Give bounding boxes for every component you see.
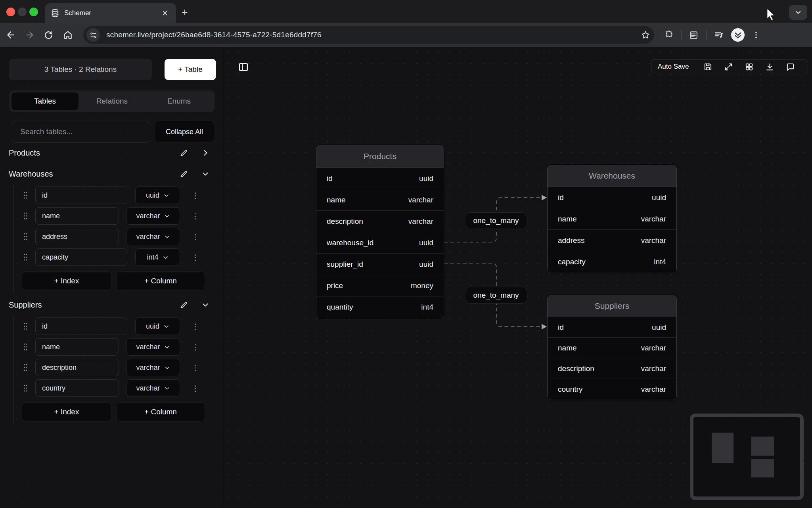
node-column-row[interactable]: pricemoney [316,275,444,296]
column-type-select[interactable]: varchar [126,207,180,225]
add-index-button[interactable]: + Index [22,271,111,291]
bookmark-star-icon[interactable] [641,30,650,40]
mouse-cursor [765,7,777,21]
node-title[interactable]: Warehouses [548,165,676,187]
relation-label[interactable]: one_to_many [466,212,526,229]
node-column-row[interactable]: addressvarchar [548,230,676,251]
node-column-row[interactable]: supplier_iduuid [316,254,444,275]
reload-button[interactable] [44,30,57,40]
extensions-icon[interactable] [664,30,674,40]
column-name-input[interactable] [35,379,119,397]
drag-handle-icon[interactable] [23,384,28,392]
column-type-select[interactable]: varchar [126,338,180,356]
column-name-input[interactable] [35,338,119,356]
column-menu-kebab[interactable]: ⋮ [192,325,198,328]
minimap[interactable] [690,414,804,500]
node-column-row[interactable]: iduuid [548,187,676,208]
table-header-suppliers[interactable]: Suppliers [0,297,225,313]
tab-close-icon[interactable]: ✕ [159,8,170,19]
node-column-row[interactable]: namevarchar [548,338,676,358]
node-column-row[interactable]: countryvarchar [548,379,676,400]
drag-handle-icon[interactable] [23,191,28,199]
edit-pencil-icon[interactable] [180,149,188,157]
add-column-button[interactable]: + Column [116,271,205,291]
node-column-row[interactable]: iduuid [548,317,676,338]
column-name-input[interactable] [35,318,127,335]
drag-handle-icon[interactable] [23,364,28,371]
column-row: varchar ⋮ [0,207,225,225]
diagram-node-products[interactable]: Products iduuid namevarchar descriptionv… [316,145,444,318]
column-menu-kebab[interactable]: ⋮ [192,235,198,238]
column-menu-kebab[interactable]: ⋮ [192,366,198,369]
table-header-warehouses[interactable]: Warehouses [0,166,225,182]
node-column-row[interactable]: capacityint4 [548,251,676,273]
node-title[interactable]: Suppliers [548,295,676,317]
column-type-select[interactable]: varchar [126,228,180,245]
column-type-select[interactable]: uuid [135,318,180,335]
column-menu-kebab[interactable]: ⋮ [192,387,198,390]
url-bar[interactable]: schemer.live/project/26bae6d8-3614-4575-… [83,26,654,44]
add-column-button[interactable]: + Column [116,402,205,421]
diagram-canvas[interactable]: Auto Save Products iduuid namevarchar de… [226,47,812,508]
window-close-button[interactable] [6,8,15,16]
column-menu-kebab[interactable]: ⋮ [192,346,198,348]
browser-tab[interactable]: Schemer ✕ [45,3,176,23]
forward-button[interactable] [25,30,38,40]
home-button[interactable] [63,30,76,40]
diagram-node-warehouses[interactable]: Warehouses iduuid namevarchar addressvar… [547,165,677,273]
drag-handle-icon[interactable] [23,343,28,351]
edit-pencil-icon[interactable] [180,301,188,309]
add-table-button[interactable]: + Table [165,59,216,80]
back-button[interactable] [6,30,19,40]
node-column-row[interactable]: quantityint4 [316,296,444,318]
node-column-row[interactable]: iduuid [316,168,444,189]
window-zoom-button[interactable] [29,8,38,16]
node-column-row[interactable]: namevarchar [316,189,444,211]
tab-enums[interactable]: Enums [146,92,213,110]
site-settings-icon[interactable] [86,28,100,42]
node-title[interactable]: Products [316,145,444,168]
column-name-input[interactable] [35,187,127,204]
chevron-down-icon[interactable] [201,170,209,178]
column-name-input[interactable] [35,248,127,266]
column-type-select[interactable]: varchar [126,379,180,397]
chevron-down-icon[interactable] [201,301,209,309]
edit-pencil-icon[interactable] [180,170,188,178]
column-name-input[interactable] [35,228,119,245]
drag-handle-icon[interactable] [23,212,28,220]
diagram-node-suppliers[interactable]: Suppliers iduuid namevarchar description… [547,295,677,400]
browser-tab-strip: Schemer ✕ + [0,0,812,23]
column-menu-kebab[interactable]: ⋮ [192,256,198,259]
column-type-select[interactable]: int4 [135,248,180,266]
column-type-select[interactable]: uuid [135,187,180,204]
node-column-row[interactable]: namevarchar [548,208,676,230]
node-column-row[interactable]: warehouse_iduuid [316,232,444,254]
url-text[interactable]: schemer.live/project/26bae6d8-3614-4575-… [106,31,641,39]
tab-relations[interactable]: Relations [79,92,146,110]
column-menu-kebab[interactable]: ⋮ [192,215,198,217]
table-header-products[interactable]: Products [0,145,225,161]
media-controls-icon[interactable] [714,30,724,40]
reading-list-icon[interactable] [689,30,699,40]
add-index-button[interactable]: + Index [22,402,111,421]
drag-handle-icon[interactable] [23,233,28,241]
browser-menu-kebab-icon[interactable] [752,31,760,39]
collapse-all-button[interactable]: Collapse All [155,121,214,143]
drag-handle-icon[interactable] [23,322,28,330]
drag-handle-icon[interactable] [23,253,28,261]
relation-label[interactable]: one_to_many [466,287,526,304]
toolbar-right-icons [664,28,760,42]
node-column-row[interactable]: descriptionvarchar [316,211,444,232]
search-input[interactable] [12,121,149,143]
tab-tables[interactable]: Tables [11,92,79,110]
chevron-right-icon[interactable] [201,149,209,157]
tab-search-button[interactable] [789,5,807,20]
column-type-select[interactable]: varchar [126,359,180,376]
new-tab-button[interactable]: + [182,6,188,19]
column-name-input[interactable] [35,207,119,225]
node-column-row[interactable]: descriptionvarchar [548,358,676,379]
column-menu-kebab[interactable]: ⋮ [192,194,198,197]
profile-avatar[interactable] [731,28,745,42]
column-name-input[interactable] [35,359,119,376]
window-minimize-button[interactable] [18,8,27,16]
